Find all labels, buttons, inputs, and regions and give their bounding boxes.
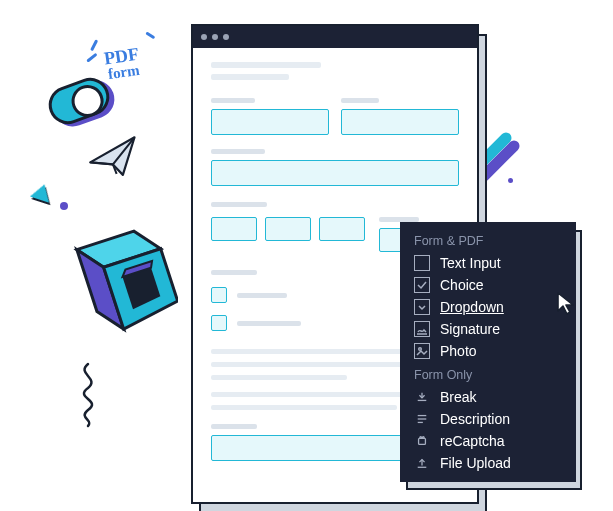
checkbox-field[interactable] bbox=[211, 315, 227, 331]
text-line-placeholder bbox=[211, 405, 397, 410]
menu-item-label: Description bbox=[440, 411, 562, 427]
window-control-dot bbox=[201, 34, 207, 40]
photo-icon bbox=[414, 343, 430, 359]
choice-icon bbox=[414, 277, 430, 293]
description-icon bbox=[414, 411, 430, 427]
svg-rect-6 bbox=[419, 438, 426, 444]
svg-point-8 bbox=[422, 437, 424, 439]
menu-item-text-input[interactable]: Text Input bbox=[400, 252, 576, 274]
paper-plane-icon bbox=[85, 134, 145, 185]
menu-item-label: Break bbox=[440, 389, 562, 405]
menu-item-label: reCaptcha bbox=[440, 433, 562, 449]
svg-point-7 bbox=[420, 437, 422, 439]
signature-icon bbox=[414, 321, 430, 337]
text-line-placeholder bbox=[211, 375, 347, 380]
break-icon bbox=[414, 389, 430, 405]
window-control-dot bbox=[212, 34, 218, 40]
field-label-placeholder bbox=[341, 98, 379, 103]
pdf-form-label: PDF form bbox=[103, 46, 142, 82]
window-control-dot bbox=[223, 34, 229, 40]
field-label-placeholder bbox=[211, 424, 257, 429]
menu-group-label: Form & PDF bbox=[400, 232, 576, 252]
svg-point-5 bbox=[419, 348, 422, 351]
mouse-cursor-icon bbox=[556, 291, 578, 317]
dropdown-icon bbox=[414, 299, 430, 315]
menu-item-label: Dropdown bbox=[440, 299, 562, 315]
text-input-field[interactable] bbox=[341, 109, 459, 135]
text-input-icon bbox=[414, 255, 430, 271]
field-label-placeholder bbox=[211, 98, 255, 103]
menu-item-photo[interactable]: Photo bbox=[400, 340, 576, 362]
field-label-placeholder bbox=[211, 149, 265, 154]
toggle-graphic bbox=[43, 73, 114, 130]
form-subtitle-placeholder bbox=[211, 74, 289, 80]
text-input-field[interactable] bbox=[211, 109, 329, 135]
menu-item-dropdown[interactable]: Dropdown bbox=[400, 296, 576, 318]
option-label-placeholder bbox=[237, 321, 301, 326]
section-label-placeholder bbox=[211, 270, 257, 275]
section-label-placeholder bbox=[211, 202, 267, 207]
menu-item-label: Signature bbox=[440, 321, 562, 337]
cube-icon bbox=[48, 210, 178, 354]
menu-item-label: Choice bbox=[440, 277, 562, 293]
choice-option-field[interactable] bbox=[319, 217, 365, 241]
checkbox-field[interactable] bbox=[211, 287, 227, 303]
menu-item-label: Photo bbox=[440, 343, 562, 359]
file-upload-icon bbox=[414, 455, 430, 471]
menu-group-label: Form Only bbox=[400, 366, 576, 386]
menu-item-description[interactable]: Description bbox=[400, 408, 576, 430]
insert-element-menu[interactable]: Form & PDF Text Input Choice Dropdown Si… bbox=[400, 222, 576, 482]
menu-item-file-upload[interactable]: File Upload bbox=[400, 452, 576, 474]
menu-item-recaptcha[interactable]: reCaptcha bbox=[400, 430, 576, 452]
triangle-chip-icon bbox=[32, 184, 52, 200]
option-label-placeholder bbox=[237, 293, 287, 298]
form-title-placeholder bbox=[211, 62, 321, 68]
choice-option-field[interactable] bbox=[211, 217, 257, 241]
menu-item-label: Text Input bbox=[440, 255, 562, 271]
menu-item-label: File Upload bbox=[440, 455, 562, 471]
menu-item-choice[interactable]: Choice bbox=[400, 274, 576, 296]
menu-item-signature[interactable]: Signature bbox=[400, 318, 576, 340]
text-input-field[interactable] bbox=[211, 160, 459, 186]
window-titlebar bbox=[193, 26, 477, 48]
recaptcha-icon bbox=[414, 433, 430, 449]
choice-option-field[interactable] bbox=[265, 217, 311, 241]
squiggle-icon bbox=[58, 360, 118, 434]
menu-item-break[interactable]: Break bbox=[400, 386, 576, 408]
